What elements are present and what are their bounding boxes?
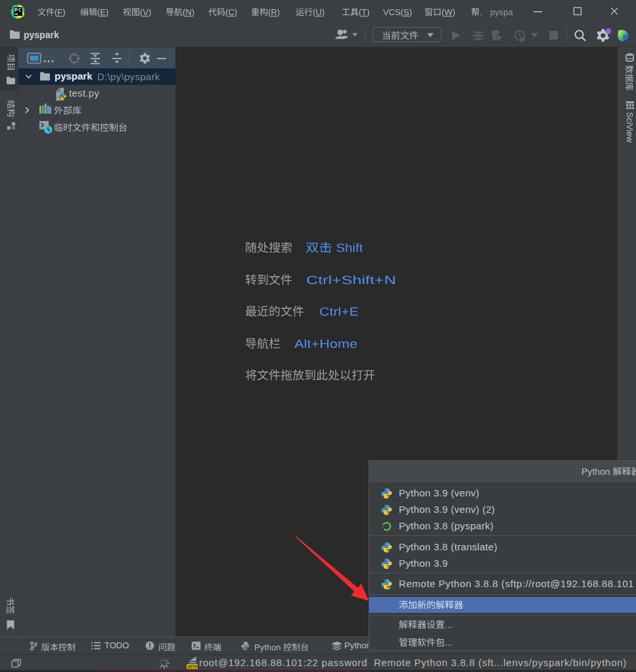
svg-text:SFTP: SFTP bbox=[187, 665, 197, 669]
